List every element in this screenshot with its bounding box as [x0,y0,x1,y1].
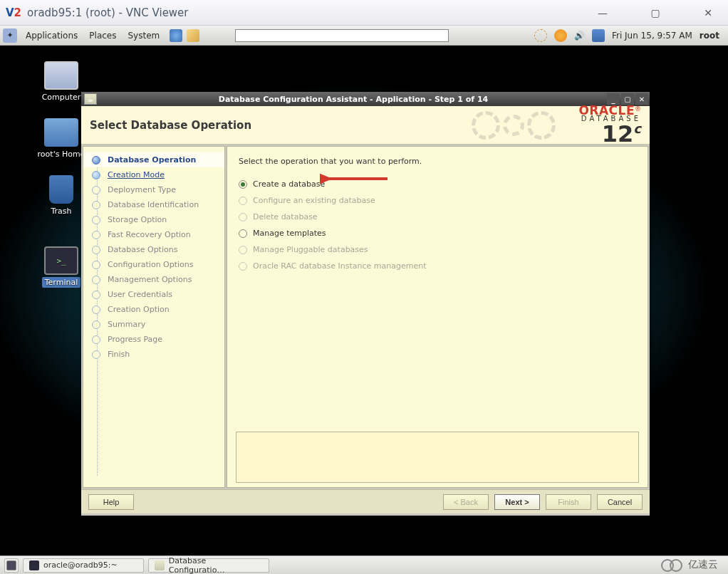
step-database-operation[interactable]: Database Operation [83,152,224,167]
dbca-main-panel: Select the operation that you want to pe… [227,146,648,488]
user-menu[interactable]: root [700,31,719,41]
network-icon[interactable] [592,29,605,42]
taskbar-item-terminal[interactable]: oracle@oradb95:~ [23,558,144,573]
show-desktop-button[interactable] [4,558,19,573]
oracle-version-number: 12 [602,120,634,147]
option-label: Oracle RAC database Instance management [253,261,426,271]
step-label: Creation Option [108,305,170,314]
watermark-text: 亿速云 [688,558,718,571]
step-database-identification: Database Identification [83,197,224,212]
show-desktop-icon [6,560,16,570]
step-bullet-icon [92,306,100,314]
desktop-icon-label: Trash [51,207,71,216]
step-bullet-icon [92,216,100,224]
dbca-close-button[interactable]: ✕ [635,93,648,105]
button-label: Next > [505,498,529,506]
step-label: Storage Option [108,215,167,224]
watermark: 亿速云 [658,558,718,571]
step-bullet-icon [92,320,100,329]
step-creation-mode[interactable]: Creation Mode [83,167,224,182]
radio-icon [239,262,247,271]
step-bullet-icon [92,261,100,269]
step-label: Fast Recovery Option [108,230,191,239]
file-manager-launcher-icon[interactable] [187,29,199,42]
help-button[interactable]: Help [88,494,134,510]
applications-menu[interactable]: Applications [20,31,83,41]
radio-icon [239,246,247,254]
vnc-minimize-button[interactable]: — [588,7,617,19]
apps-menu-icon[interactable]: ✦ [3,28,17,43]
step-label: Configuration Options [108,260,194,269]
button-label: Help [103,498,120,506]
weather-icon[interactable] [554,29,567,42]
step-label: Creation Mode [108,170,165,179]
watermark-logo-icon [658,558,685,571]
step-summary: Summary [83,317,224,332]
browser-launcher-icon[interactable] [170,29,182,42]
home-folder-icon [44,118,78,147]
dbca-header-title: Select Database Operation [90,119,472,132]
step-label: Database Identification [108,200,199,209]
step-bullet-icon [92,335,100,344]
desktop-area[interactable]: Computer root's Home Trash Terminal ☕ Da… [0,46,728,555]
step-bullet-icon [92,231,100,239]
taskbar-item-label: Database Configuratio… [169,556,263,575]
system-menu[interactable]: System [122,31,165,41]
desktop-icon-label: Terminal [42,277,81,288]
clock-label[interactable]: Fri Jun 15, 9:57 AM [612,31,692,41]
option-label: Configure an existing database [253,196,375,205]
option-rac-instance-management: Oracle RAC database Instance management [239,258,636,274]
step-finish: Finish [83,347,224,362]
taskbar-item-label: oracle@oradb95:~ [43,560,118,570]
step-database-options: Database Options [83,242,224,257]
next-button[interactable]: Next > [494,494,540,510]
vnc-logo-icon: V2 [6,6,21,19]
cancel-button[interactable]: Cancel [597,494,643,510]
java-app-icon [155,560,165,570]
volume-icon[interactable]: 🔊 [574,31,585,41]
desktop-icon-label: Computer [42,93,81,102]
radio-icon [239,229,247,238]
places-menu[interactable]: Places [83,31,122,41]
vnc-maximize-button[interactable]: ▢ [641,7,670,19]
vnc-close-button[interactable]: ✕ [694,7,722,19]
taskbar-item-dbca[interactable]: Database Configuratio… [148,558,269,573]
step-fast-recovery-option: Fast Recovery Option [83,227,224,242]
step-label: Finish [108,350,130,359]
option-create-database[interactable]: Create a database [239,176,636,192]
dbca-window-title: Database Configuration Assistant - Appli… [100,95,607,104]
step-label: User Credentials [108,290,172,299]
step-creation-option: Creation Option [83,302,224,317]
option-label: Create a database [253,179,325,189]
step-label: Database Options [108,245,177,254]
step-storage-option: Storage Option [83,212,224,227]
back-button: < Back [443,494,489,510]
vnc-titlebar: V2 oradb95:1 (root) - VNC Viewer — ▢ ✕ [0,0,728,26]
step-label: Deployment Type [108,185,176,194]
dbca-prompt-text: Select the operation that you want to pe… [239,157,636,166]
dbca-steps-sidebar: Database Operation Creation Mode Deploym… [83,146,225,488]
dbca-footer: Help < Back Next > Finish Cancel [81,489,650,513]
update-notifier-icon[interactable] [534,29,547,42]
button-label: < Back [454,498,478,506]
option-manage-templates[interactable]: Manage templates [239,225,636,241]
java-app-icon: ☕ [84,93,97,105]
option-label: Manage templates [253,229,326,238]
step-management-options: Management Options [83,272,224,287]
option-label: Delete database [253,212,318,221]
button-label: Cancel [608,498,632,506]
gears-decoration-icon [472,108,578,143]
step-bullet-icon [92,350,100,359]
step-user-credentials: User Credentials [83,287,224,302]
step-label: Database Operation [108,155,196,165]
step-bullet-icon [92,246,100,254]
radio-icon [239,180,247,189]
step-label: Management Options [108,275,192,284]
dbca-header: Select Database Operation ORACLE® DATABA… [81,106,650,145]
step-bullet-icon [92,156,100,165]
step-progress-page: Progress Page [83,332,224,347]
oracle-version-suffix: c [633,121,641,136]
step-deployment-type: Deployment Type [83,182,224,197]
dbca-titlebar[interactable]: ☕ Database Configuration Assistant - App… [81,92,650,106]
step-bullet-icon [92,171,100,179]
